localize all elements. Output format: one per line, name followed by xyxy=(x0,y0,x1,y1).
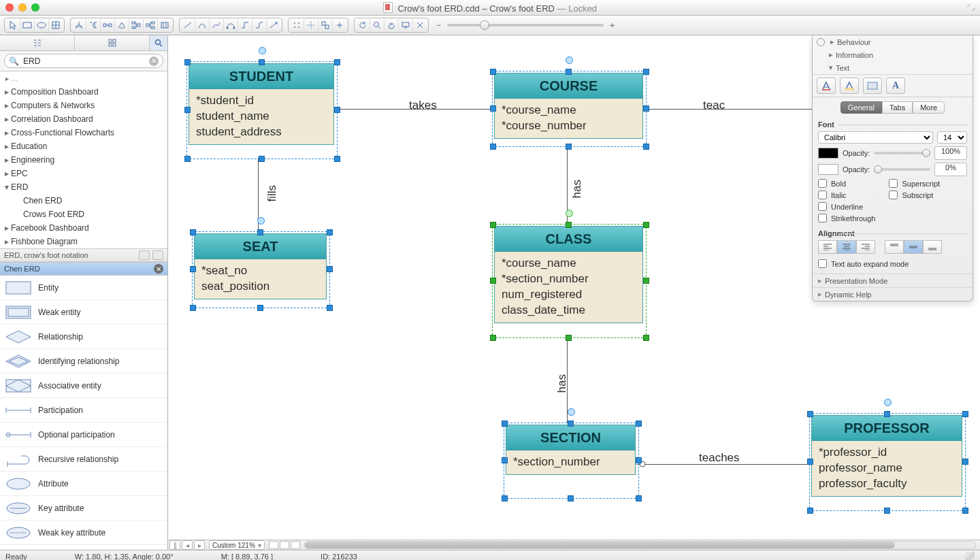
superscript-checkbox[interactable] xyxy=(889,179,898,188)
zoom-track[interactable] xyxy=(447,24,604,27)
resize-handle[interactable] xyxy=(490,222,496,228)
zoom-window-button[interactable] xyxy=(31,3,39,12)
refresh-tool[interactable] xyxy=(356,19,370,31)
font-family-select[interactable]: Calibri xyxy=(818,131,933,144)
round-connector-tool[interactable] xyxy=(252,19,267,31)
save-library-icon[interactable] xyxy=(139,250,150,260)
entity-section[interactable]: SECTION *section_number xyxy=(506,425,636,475)
resize-handle[interactable] xyxy=(807,411,813,417)
search-input[interactable] xyxy=(22,56,149,67)
resize-handle[interactable] xyxy=(259,156,265,162)
connector[interactable] xyxy=(636,464,810,465)
spline-tool[interactable] xyxy=(210,19,224,31)
valign-top-button[interactable] xyxy=(885,240,904,254)
tree-item[interactable]: ▸EPC xyxy=(0,167,167,180)
resize-handle[interactable] xyxy=(884,411,890,417)
shape-item[interactable]: Key attribute xyxy=(0,496,167,521)
tree-item[interactable]: Crows Foot ERD xyxy=(0,208,167,221)
shape-item[interactable]: Optional participation xyxy=(0,423,167,447)
arc-tool[interactable] xyxy=(195,19,210,31)
resize-handle[interactable] xyxy=(566,144,572,150)
snap-guides-tool[interactable] xyxy=(304,19,318,31)
sidebar-tab-tree[interactable] xyxy=(0,35,75,50)
page-thumbs[interactable] xyxy=(269,541,300,549)
font-icon[interactable]: A xyxy=(886,78,905,94)
pan-tool[interactable] xyxy=(385,19,399,31)
bezier-tool[interactable] xyxy=(224,19,238,31)
direct-connector-tool[interactable] xyxy=(267,19,280,31)
clear-search-button[interactable]: ✕ xyxy=(149,56,159,66)
align-right-button[interactable] xyxy=(856,240,875,254)
resize-handle[interactable] xyxy=(566,335,572,341)
library-header[interactable]: ERD, crow's foot notation xyxy=(0,248,167,262)
shape-item[interactable]: Weak entity xyxy=(0,300,167,325)
entity-course[interactable]: COURSE *course_name *course_number xyxy=(494,73,643,139)
close-icon[interactable]: ✕ xyxy=(154,264,163,274)
text-highlight-icon[interactable] xyxy=(840,78,859,94)
underline-checkbox[interactable] xyxy=(818,202,827,211)
inspector-group[interactable]: ▸Information xyxy=(813,48,973,61)
presentation-tool[interactable] xyxy=(399,19,413,31)
line-tool[interactable] xyxy=(181,19,195,31)
tree-item[interactable]: ▸Composition Dashboard xyxy=(0,85,167,99)
bg-color-swatch[interactable] xyxy=(818,164,838,175)
hypernote-tool[interactable] xyxy=(413,19,427,31)
hscrollbar[interactable] xyxy=(304,541,976,549)
snap-point-tool[interactable] xyxy=(333,19,346,31)
pointer-tool[interactable] xyxy=(6,19,20,31)
tab-general[interactable]: General xyxy=(840,101,882,114)
text-color-icon[interactable] xyxy=(817,78,836,94)
resize-handle[interactable] xyxy=(643,105,649,112)
zoom-combo[interactable]: Custom 121%▾ xyxy=(209,540,265,550)
snap-grid-tool[interactable] xyxy=(290,19,304,31)
minimize-window-button[interactable] xyxy=(18,3,27,12)
canvas-area[interactable]: takes teac fills has has teaches STUDENT… xyxy=(168,35,980,550)
resize-handle[interactable] xyxy=(257,305,263,311)
tree-item[interactable]: ▸Cross-Functional Flowcharts xyxy=(0,126,167,139)
tree-item[interactable]: ▸Facebook Dashboard xyxy=(0,221,167,235)
resize-handle[interactable] xyxy=(490,335,496,341)
resize-handle[interactable] xyxy=(643,335,649,341)
bg-opacity-value[interactable]: 0% xyxy=(934,163,967,176)
text-opacity-value[interactable]: 100% xyxy=(934,146,967,160)
resize-handle[interactable] xyxy=(490,69,496,75)
resize-handle[interactable] xyxy=(884,508,890,514)
resize-grip-icon[interactable] xyxy=(965,552,975,561)
tab-tabs[interactable]: Tabs xyxy=(882,101,913,114)
resize-handle[interactable] xyxy=(184,59,191,65)
resize-handle[interactable] xyxy=(636,495,642,501)
resize-handle[interactable] xyxy=(962,459,968,465)
resize-handle[interactable] xyxy=(327,305,333,311)
rotate-handle[interactable] xyxy=(566,56,573,64)
resize-handle[interactable] xyxy=(334,107,340,113)
tab-more[interactable]: More xyxy=(913,101,945,114)
text-opacity-slider[interactable] xyxy=(874,152,930,154)
align-left-button[interactable] xyxy=(818,240,837,254)
tree-item[interactable]: ▸… xyxy=(0,71,167,85)
zoom-tool[interactable] xyxy=(370,19,385,31)
dynamic-help-expander[interactable]: ▸Dynamic Help xyxy=(813,287,973,301)
resize-handle[interactable] xyxy=(327,266,333,272)
text-box-icon[interactable] xyxy=(863,78,882,94)
resize-handle[interactable] xyxy=(962,411,968,417)
resize-handle[interactable] xyxy=(643,69,649,75)
shape-item[interactable]: Attribute xyxy=(0,472,167,496)
resize-handle[interactable] xyxy=(257,229,263,235)
shape-item[interactable]: Relationship xyxy=(0,325,167,349)
tree-item[interactable]: ▸Fishbone Diagram xyxy=(0,235,167,248)
tree-item[interactable]: Chen ERD xyxy=(0,194,167,208)
resize-handle[interactable] xyxy=(334,59,340,65)
resize-handle[interactable] xyxy=(643,278,649,284)
resize-handle[interactable] xyxy=(184,156,191,162)
entity-professor[interactable]: PROFESSOR *professor_id professor_name p… xyxy=(811,415,962,497)
rotate-handle[interactable] xyxy=(566,210,573,217)
zoom-in-icon[interactable]: ＋ xyxy=(608,19,617,31)
resize-handle[interactable] xyxy=(643,144,649,150)
resize-handle[interactable] xyxy=(190,305,196,311)
resize-handle[interactable] xyxy=(807,459,813,465)
strikethrough-checkbox[interactable] xyxy=(818,214,827,223)
org-right-tool[interactable] xyxy=(144,19,158,31)
page-nav-first[interactable]: ‖ xyxy=(169,540,180,550)
shape-item[interactable]: Entity xyxy=(0,276,167,300)
library-search[interactable]: 🔍 ✕ xyxy=(4,54,163,68)
